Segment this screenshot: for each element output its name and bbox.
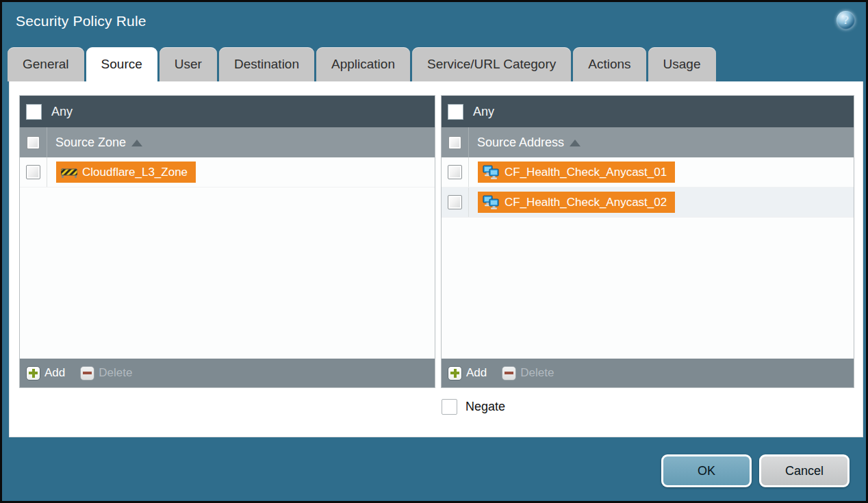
negate-row: Negate <box>442 399 505 415</box>
source-zone-row-checkbox[interactable] <box>26 165 40 179</box>
source-address-row: CF_Health_Check_Anycast_01 <box>442 157 854 188</box>
negate-checkbox[interactable] <box>442 399 457 415</box>
source-address-delete-button[interactable]: Delete <box>502 366 554 381</box>
tab-application[interactable]: Application <box>316 47 410 81</box>
tab-usage[interactable]: Usage <box>648 47 716 81</box>
dialog-titlebar: Security Policy Rule ? <box>2 2 866 45</box>
source-address-any-checkbox[interactable] <box>448 104 463 120</box>
dialog-title: Security Policy Rule <box>16 13 146 29</box>
row-checkbox-cell <box>20 157 47 187</box>
source-zone-any-checkbox[interactable] <box>26 104 42 120</box>
tab-destination[interactable]: Destination <box>219 47 314 81</box>
source-address-row-checkbox-1[interactable] <box>448 165 462 179</box>
source-address-any-bar: Any <box>442 96 854 127</box>
source-zone-delete-button[interactable]: Delete <box>80 366 132 381</box>
sort-asc-triangle-icon <box>570 140 580 146</box>
minus-icon <box>80 366 94 381</box>
zone-icon <box>61 166 77 179</box>
delete-button-label: Delete <box>99 366 132 380</box>
tab-user[interactable]: User <box>159 47 217 81</box>
row-checkbox-cell <box>442 157 469 187</box>
source-address-row-checkbox-2[interactable] <box>448 195 462 209</box>
source-zone-any-bar: Any <box>20 96 435 127</box>
plus-icon <box>26 366 40 381</box>
delete-button-label: Delete <box>520 366 554 380</box>
source-zone-row: Cloudflare_L3_Zone <box>20 157 435 188</box>
source-address-column-label: Source Address <box>477 136 564 150</box>
source-zone-list: Cloudflare_L3_Zone <box>20 157 435 359</box>
source-zone-any-label: Any <box>51 105 73 119</box>
address-icon <box>483 195 500 209</box>
source-zone-add-button[interactable]: Add <box>26 366 65 381</box>
source-zone-column-title[interactable]: Source Zone <box>55 136 142 150</box>
source-address-item-label: CF_Health_Check_Anycast_02 <box>505 196 667 209</box>
source-address-panel: Any Source Address <box>441 95 854 388</box>
security-policy-rule-dialog: Security Policy Rule ? General Source Us… <box>0 0 868 503</box>
source-tab-content: Any Source Zone <box>9 81 863 437</box>
tab-bar: General Source User Destination Applicat… <box>8 47 716 81</box>
add-button-label: Add <box>466 366 487 380</box>
source-address-item-2[interactable]: CF_Health_Check_Anycast_02 <box>478 192 675 213</box>
source-zone-panel: Any Source Zone <box>19 95 435 388</box>
dialog-button-row: OK Cancel <box>661 454 850 487</box>
source-address-item-label: CF_Health_Check_Anycast_01 <box>505 166 667 179</box>
add-button-label: Add <box>44 366 65 380</box>
help-icon[interactable]: ? <box>837 11 855 29</box>
source-zone-select-all-cell <box>20 127 47 157</box>
negate-label: Negate <box>465 400 505 414</box>
tab-actions[interactable]: Actions <box>573 47 646 81</box>
source-address-column-header: Source Address <box>442 127 854 157</box>
tab-source[interactable]: Source <box>86 47 157 81</box>
source-address-add-button[interactable]: Add <box>448 366 487 381</box>
tab-service-url-category[interactable]: Service/URL Category <box>412 47 571 81</box>
source-address-toolbar: Add Delete <box>442 359 854 387</box>
cancel-button[interactable]: Cancel <box>759 454 850 487</box>
ok-button[interactable]: OK <box>661 454 752 487</box>
source-address-row: CF_Health_Check_Anycast_02 <box>442 188 854 218</box>
tab-general[interactable]: General <box>8 47 84 81</box>
address-icon <box>483 165 500 179</box>
sort-asc-triangle-icon <box>131 140 142 146</box>
source-zone-item-label: Cloudflare_L3_Zone <box>82 166 188 179</box>
source-zone-column-label: Source Zone <box>55 136 126 150</box>
source-address-any-label: Any <box>473 105 494 119</box>
source-address-column-title[interactable]: Source Address <box>477 136 580 150</box>
source-zone-column-header: Source Zone <box>20 127 435 157</box>
source-address-select-all-cell <box>442 127 469 157</box>
minus-icon <box>502 366 516 381</box>
source-address-item-1[interactable]: CF_Health_Check_Anycast_01 <box>478 162 675 183</box>
source-address-list: CF_Health_Check_Anycast_01 <box>442 157 854 359</box>
source-zone-select-all-checkbox[interactable] <box>27 136 40 149</box>
row-checkbox-cell <box>442 188 469 217</box>
plus-icon <box>448 366 462 381</box>
source-address-select-all-checkbox[interactable] <box>448 136 461 149</box>
source-zone-toolbar: Add Delete <box>20 359 435 387</box>
source-zone-item[interactable]: Cloudflare_L3_Zone <box>56 162 196 183</box>
